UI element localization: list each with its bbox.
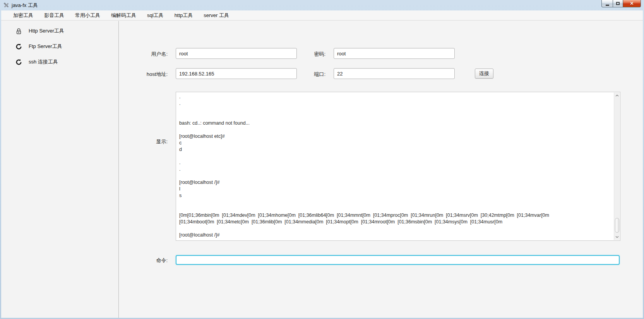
port-label: 端口:: [283, 71, 325, 78]
window-title: java-fx 工具: [12, 2, 38, 9]
menu-item-sql-tools[interactable]: sql工具: [142, 10, 169, 21]
menu-bar: 加密工具 影音工具 常用小工具 编解码工具 sql工具 http工具 serve…: [1, 10, 643, 21]
close-icon: ✕: [630, 1, 634, 6]
close-button[interactable]: ✕: [623, 0, 641, 7]
scroll-down-icon[interactable]: [614, 234, 620, 240]
sidebar-item-http-server[interactable]: Http Server工具: [1, 23, 118, 39]
app-tools-icon: [3, 2, 9, 8]
vertical-scrollbar[interactable]: [614, 93, 620, 240]
scrollbar-thumb[interactable]: [615, 218, 619, 233]
username-input[interactable]: [176, 48, 297, 59]
connect-button[interactable]: 连接: [475, 69, 493, 79]
app-window: java-fx 工具 ✕ 加密工具 影音工具 常用小工具 编解码工具 sql工具…: [0, 0, 644, 319]
sidebar-item-ssh-connect[interactable]: ssh 连接工具: [1, 54, 118, 70]
sidebar-item-ftp-server[interactable]: Ftp Server工具: [1, 39, 118, 54]
scroll-up-icon[interactable]: [614, 93, 620, 99]
title-bar: java-fx 工具 ✕: [0, 0, 644, 10]
username-label: 用户名:: [125, 51, 168, 58]
password-label: 密码:: [283, 51, 325, 58]
host-input[interactable]: [176, 68, 297, 79]
display-label: 显示:: [125, 138, 168, 145]
menu-item-encrypt-tools[interactable]: 加密工具: [8, 10, 39, 21]
sidebar-item-label: Http Server工具: [29, 27, 64, 34]
sidebar-item-label: ssh 连接工具: [29, 58, 58, 65]
terminal-output-area[interactable]: . . bash: cd..: command not found... [ro…: [176, 92, 620, 241]
port-input[interactable]: [334, 68, 455, 79]
maximize-button[interactable]: [613, 0, 623, 7]
menu-item-media-tools[interactable]: 影音工具: [39, 10, 70, 21]
sidebar-item-label: Ftp Server工具: [29, 43, 62, 50]
lock-icon: [15, 28, 22, 34]
sync-icon: [15, 59, 22, 65]
main-panel: 用户名: 密码: host地址: 端口: 连接 显示: . . bash: cd…: [119, 21, 643, 318]
command-label: 命令:: [125, 257, 168, 264]
menu-item-http-tools[interactable]: http工具: [169, 10, 199, 21]
command-input[interactable]: [176, 255, 620, 265]
app-content: 加密工具 影音工具 常用小工具 编解码工具 sql工具 http工具 serve…: [1, 10, 643, 318]
sidebar: Http Server工具 Ftp Server工具: [1, 21, 119, 318]
menu-item-common-tools[interactable]: 常用小工具: [70, 10, 106, 21]
password-input[interactable]: [334, 48, 455, 59]
window-controls: ✕: [601, 0, 641, 7]
menu-item-server-tools[interactable]: server 工具: [198, 10, 235, 21]
minimize-icon: [606, 5, 609, 6]
sync-icon: [15, 43, 22, 50]
maximize-icon: [616, 2, 620, 5]
host-label: host地址:: [125, 71, 168, 78]
terminal-output-text: . . bash: cd..: command not found... [ro…: [176, 92, 614, 240]
minimize-button[interactable]: [601, 0, 613, 7]
menu-item-codec-tools[interactable]: 编解码工具: [106, 10, 142, 21]
